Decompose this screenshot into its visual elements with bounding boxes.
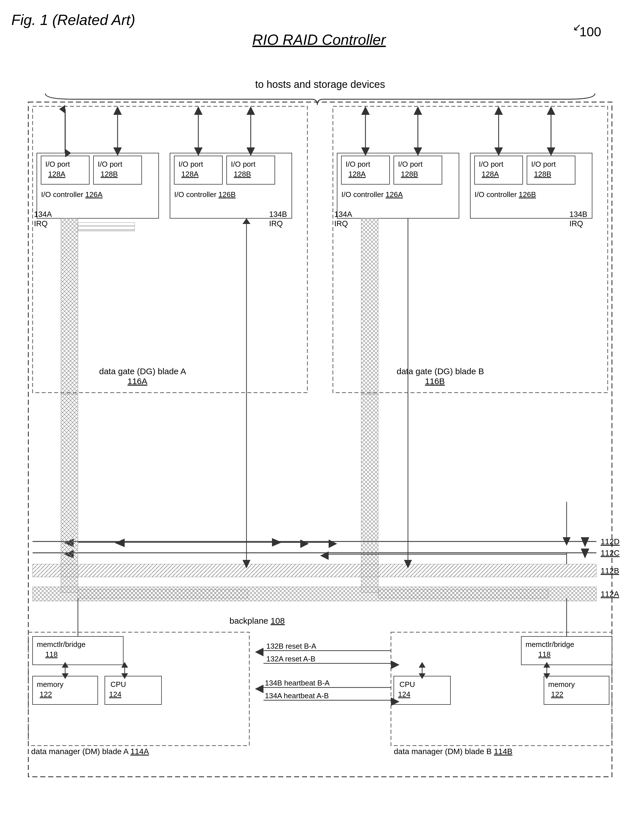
svg-marker-44 [547,106,555,115]
blade-b-dg-id: 116B [425,376,445,386]
svg-marker-63 [255,648,264,656]
svg-text:I/O port: I/O port [398,160,423,168]
svg-text:I/O port: I/O port [45,160,70,168]
svg-text:128A: 128A [181,170,199,178]
bus-112c-label: 112C [601,549,620,557]
svg-text:122: 122 [39,690,52,699]
svg-text:I/O controller 126A: I/O controller 126A [41,190,103,199]
svg-text:128B: 128B [234,170,251,178]
svg-text:I/O controller 126B: I/O controller 126B [475,190,536,199]
svg-marker-16 [194,106,202,115]
svg-marker-71 [328,539,337,548]
diagram-svg: to hosts and storage devices data gate (… [17,65,623,825]
blade-a-vert-bus-lower [61,394,78,593]
svg-marker-61 [581,537,589,547]
svg-text:CPU: CPU [111,680,126,689]
diagram-title: RIO RAID Controller [11,31,627,48]
svg-text:I/O port: I/O port [479,160,504,168]
svg-text:118: 118 [538,650,550,658]
blade-b-memory-label: memory [548,680,575,689]
svg-rect-68 [378,590,548,598]
svg-rect-67 [78,590,248,598]
svg-text:I/O port: I/O port [346,160,370,168]
svg-text:128A: 128A [482,170,499,178]
svg-text:IRQ: IRQ [34,220,47,228]
blade-b-vertical-bus [361,218,378,394]
svg-text:128A: 128A [48,170,65,178]
svg-text:128B: 128B [401,170,418,178]
top-brace [45,93,595,105]
diagram-container: to hosts and storage devices data gate (… [17,65,623,825]
backplane-label: backplane 108 [229,616,285,625]
svg-marker-62 [581,549,589,558]
svg-text:CPU: CPU [400,680,415,689]
svg-text:128B: 128B [101,170,118,178]
ref-arrow: ↙ [573,21,581,33]
svg-text:IRQ: IRQ [569,220,583,228]
svg-marker-13 [113,106,122,115]
fig-title: Fig. 1 (Related Art) [11,11,627,28]
blade-a-irq-a-label: 134A [34,210,52,218]
svg-text:128A: 128A [349,170,366,178]
svg-text:I/O port: I/O port [178,160,203,168]
svg-text:memctlr/bridge: memctlr/bridge [37,640,85,649]
bus-112d-label: 112D [601,537,620,546]
svg-text:IRQ: IRQ [334,220,348,228]
dm-blade-a-label: data manager (DM) blade A 114A [31,747,149,756]
svg-text:I/O port: I/O port [231,160,256,168]
dm-blade-b-label: data manager (DM) blade B 114B [394,747,513,756]
blade-b-irq-a-label: 134A [334,210,352,218]
blade-a-dg-label: data gate (DG) blade A [99,367,186,376]
svg-marker-94 [243,218,250,224]
svg-marker-59 [115,539,125,547]
svg-marker-19 [246,106,255,115]
svg-text:122: 122 [551,690,563,699]
svg-text:128B: 128B [534,170,551,178]
svg-marker-89 [419,662,425,668]
svg-marker-98 [300,539,309,548]
bus-112b [33,564,596,577]
blade-a-dg-id: 116A [128,376,147,386]
svg-text:I/O port: I/O port [531,160,556,168]
to-hosts-label: to hosts and storage devices [255,79,385,90]
reset-ba-label: 132B reset B-A [266,642,316,650]
blade-a-vertical-bus [61,218,78,394]
svg-marker-35 [361,106,370,115]
svg-marker-41 [494,106,503,115]
bus-112b-label: 112B [601,566,619,575]
svg-text:124: 124 [109,690,121,699]
svg-text:124: 124 [398,690,410,699]
blade-a-irq-b-label: 134B [269,210,287,218]
svg-marker-65 [255,685,264,693]
svg-text:118: 118 [45,650,57,658]
svg-text:I/O controller 126A: I/O controller 126A [341,190,403,199]
svg-text:I/O port: I/O port [98,160,122,168]
svg-text:I/O controller 126B: I/O controller 126B [174,190,236,199]
blade-a-memory-label: memory [37,680,63,689]
svg-text:IRQ: IRQ [269,220,283,228]
svg-text:memctlr/bridge: memctlr/bridge [526,640,574,649]
heartbeat-ba-label: 134B heartbeat B-A [265,679,330,687]
svg-marker-64 [391,661,400,669]
blade-b-dg-label: data gate (DG) blade B [396,367,484,376]
svg-marker-38 [414,106,422,115]
svg-rect-23 [78,223,134,231]
blade-b-irq-b-label: 134B [569,210,587,218]
heartbeat-ab-label: 134A heartbeat A-B [265,691,329,700]
blade-b-vert-bus-lower [361,394,378,593]
page: Fig. 1 (Related Art) RIO RAID Controller… [0,0,638,840]
ref-number: 100 [580,24,601,40]
reset-ab-label: 132A reset A-B [266,655,315,663]
bus-112a-label: 112A [601,590,619,598]
